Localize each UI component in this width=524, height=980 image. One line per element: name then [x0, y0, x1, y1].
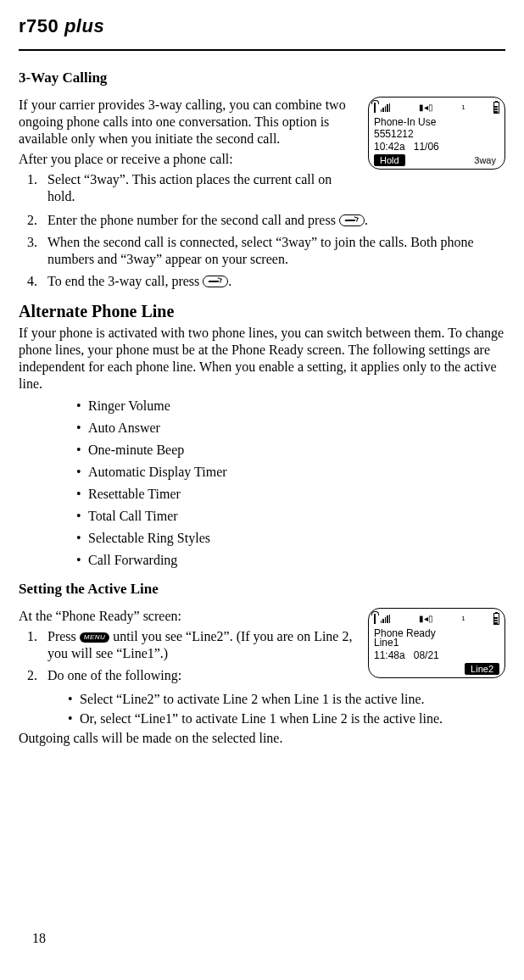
bullet-selectable-ring-styles: Selectable Ring Styles — [76, 530, 505, 547]
bullet-ringer-volume: Ringer Volume — [76, 398, 505, 415]
phone-screen-ready: ▮◂▯ 1 Phone Ready Line1 11:48a 08/21 Lin… — [368, 608, 505, 678]
signal-icon — [381, 103, 392, 112]
header-rule — [19, 49, 505, 51]
active-step-2: Do one of the following: — [27, 667, 360, 684]
step-3: When the second call is connected, selec… — [27, 234, 505, 268]
screen-line-1: Phone-In Use — [374, 116, 499, 128]
status-icons: ▮◂▯ — [419, 103, 433, 112]
bullet-auto-display-timer: Automatic Display Timer — [76, 464, 505, 481]
model-suffix: plus — [64, 15, 104, 36]
softkey-line2[interactable]: Line2 — [465, 663, 499, 675]
screen-line-2: Line1 — [374, 637, 499, 649]
sub-select-line2: Select “Line2” to activate Line 2 when L… — [68, 691, 505, 707]
battery-icon — [493, 613, 499, 625]
page-number: 18 — [32, 931, 46, 946]
section-altline-title: Alternate Phone Line — [19, 302, 505, 321]
model-name: r750 — [19, 15, 59, 36]
page-header: r750 plus — [19, 15, 505, 37]
sub-select-line1: Or, select “Line1” to activate Line 1 wh… — [68, 710, 505, 727]
battery-icon — [493, 102, 499, 114]
phone-screen-in-use: ▮◂▯ 1 Phone-In Use 5551212 10:42a 11/06 … — [368, 97, 505, 170]
menu-key-icon: MENU — [80, 632, 110, 643]
end-key-icon — [203, 276, 228, 287]
bullet-auto-answer: Auto Answer — [76, 420, 505, 437]
softkey-3way[interactable]: 3way — [471, 154, 499, 166]
bullet-call-forwarding: Call Forwarding — [76, 552, 505, 569]
step-1: Select “3way”. This action places the cu… — [27, 171, 360, 205]
softkey-hold[interactable]: Hold — [374, 154, 405, 166]
bullet-total-call-timer: Total Call Timer — [76, 508, 505, 525]
section-3way-title: 3-Way Calling — [19, 70, 505, 86]
signal-icon — [381, 615, 392, 623]
active-step-1: Press MENU until you see “Line2”. (If yo… — [27, 628, 360, 662]
send-key-icon — [339, 214, 365, 226]
antenna-icon — [374, 614, 376, 624]
bullet-one-minute-beep: One-minute Beep — [76, 442, 505, 459]
screen-line-3: 11:48a 08/21 — [374, 649, 499, 661]
screen-line-2: 5551212 — [374, 128, 499, 140]
line-indicator: 1 — [461, 104, 465, 111]
active-line-intro: At the “Phone Ready” screen: — [19, 608, 360, 625]
status-icons: ▮◂▯ — [419, 615, 433, 623]
bullet-resettable-timer: Resettable Timer — [76, 486, 505, 503]
antenna-icon — [374, 103, 376, 113]
screen-line-3: 10:42a 11/06 — [374, 141, 499, 153]
section-active-line-title: Setting the Active Line — [19, 581, 505, 598]
step-2: Enter the phone number for the second ca… — [27, 212, 505, 229]
section-altline-intro: If your phone is activated with two phon… — [19, 325, 505, 393]
active-line-closing: Outgoing calls will be made on the selec… — [19, 730, 505, 747]
section-3way-after: After you place or receive a phone call: — [19, 151, 360, 168]
section-3way-intro: If your carrier provides 3-way calling, … — [19, 97, 360, 148]
step-4: To end the 3-way call, press . — [27, 273, 505, 290]
line-indicator: 1 — [461, 615, 465, 622]
